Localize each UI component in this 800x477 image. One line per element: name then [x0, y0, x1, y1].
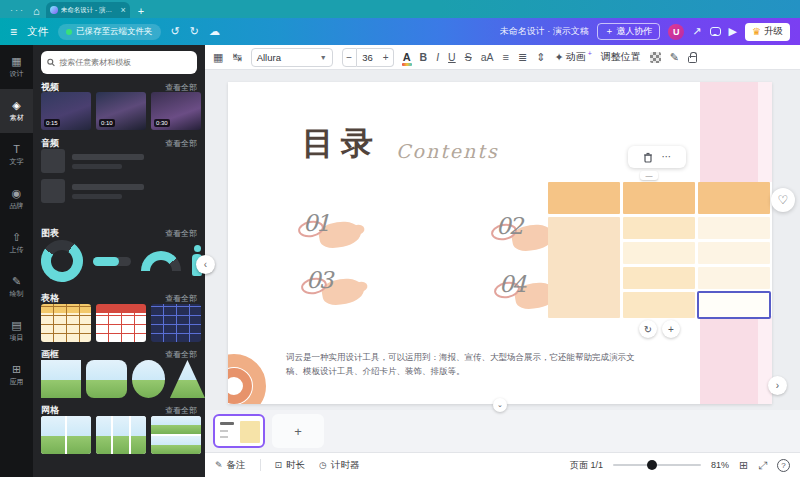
sidebar-item-draw[interactable]: ✎ 绘制 — [0, 265, 33, 309]
table-thumbnail[interactable] — [41, 304, 91, 342]
table-cell[interactable] — [623, 242, 695, 264]
audio-track-row[interactable] — [41, 148, 197, 174]
slide-subtitle[interactable]: Contents — [396, 140, 499, 162]
sidebar-item-elements[interactable]: ◈ 素材 — [0, 89, 33, 133]
present-icon[interactable]: ▶ — [729, 25, 737, 38]
frame-circle[interactable] — [132, 360, 165, 398]
table-thumbnail[interactable] — [151, 304, 201, 342]
font-size-decrease-button[interactable]: − — [342, 48, 357, 67]
slide-bottom-handle[interactable]: ⌄ — [493, 398, 507, 412]
undo-icon[interactable]: ↺ — [171, 25, 180, 38]
toc-item-3[interactable]: 03 — [306, 267, 398, 311]
redo-icon[interactable]: ↻ — [190, 25, 199, 38]
like-button[interactable]: ♡ — [771, 188, 795, 212]
sidebar-item-text[interactable]: T 文字 — [0, 133, 33, 177]
video-thumbnail[interactable]: 0:15 — [41, 92, 91, 130]
more-options-icon[interactable]: ⋯ — [662, 152, 672, 162]
video-thumbnail[interactable]: 0:10 — [96, 92, 146, 130]
grid-thumbnail[interactable] — [151, 416, 201, 454]
table-header-cell[interactable] — [548, 182, 620, 214]
invite-button[interactable]: ＋ 邀人协作 — [597, 23, 661, 40]
position-button[interactable]: 调整位置 — [601, 50, 641, 64]
list-icon[interactable]: ≣ — [518, 52, 527, 63]
cell-spacing-icon[interactable]: ↹ — [232, 52, 241, 63]
table-drag-handle[interactable]: — — [640, 171, 658, 180]
frame-triangle[interactable] — [170, 360, 205, 398]
duration-button[interactable]: ⊡ 时长 — [275, 459, 306, 472]
rotate-handle[interactable]: ↻ — [639, 320, 657, 338]
zoom-percent[interactable]: 81% — [711, 460, 729, 470]
sidebar-item-design[interactable]: ▦ 设计 — [0, 45, 33, 89]
home-icon[interactable]: ⌂ — [33, 5, 40, 17]
italic-button[interactable]: I — [436, 52, 439, 63]
browser-tab[interactable]: 未命名设计 - 演示文稿 × — [46, 2, 130, 18]
see-all-frames[interactable]: 查看全部 — [165, 349, 197, 360]
font-select[interactable]: Allura ▼ — [251, 48, 333, 67]
sidebar-item-projects[interactable]: ▤ 项目 — [0, 309, 33, 353]
table-thumbnail[interactable] — [96, 304, 146, 342]
donut-chart-element[interactable] — [41, 240, 91, 282]
tab-close-icon[interactable]: × — [120, 5, 125, 15]
see-all-grids[interactable]: 查看全部 — [165, 405, 197, 416]
underline-button[interactable]: U — [448, 52, 456, 63]
new-tab-button[interactable]: + — [138, 5, 144, 17]
sidebar-item-brand[interactable]: ◉ 品牌 — [0, 177, 33, 221]
table-cell[interactable] — [623, 292, 695, 318]
slide-paragraph[interactable]: 词云是一种实用设计工具，可以运用到：海报、宣传、大型场合展示，它还能帮助完成演示… — [286, 350, 638, 378]
bold-button[interactable]: B — [420, 52, 428, 63]
line-spacing-icon[interactable]: ⇕ — [536, 52, 545, 63]
resize-handle[interactable]: + — [662, 320, 680, 338]
cloud-sync-icon[interactable]: ☁ — [209, 25, 220, 38]
upgrade-button[interactable]: ♛ 升级 — [745, 23, 790, 41]
trash-icon[interactable] — [643, 152, 653, 163]
strikethrough-button[interactable]: S — [465, 52, 472, 63]
lock-icon[interactable] — [688, 56, 697, 63]
table-tool-icon[interactable]: ▦ — [213, 52, 223, 63]
frame-square[interactable] — [41, 360, 81, 398]
saved-status-pill[interactable]: 已保存至云端文件夹 — [58, 24, 161, 40]
see-all-charts[interactable]: 查看全部 — [165, 228, 197, 239]
table-cell[interactable] — [698, 217, 770, 239]
animate-button[interactable]: ✦ 动画 + — [554, 50, 591, 64]
table-cell[interactable] — [698, 267, 770, 289]
copy-style-icon[interactable]: ✎ — [670, 52, 679, 63]
help-icon[interactable]: ? — [777, 459, 790, 472]
grid-thumbnail[interactable] — [41, 416, 91, 454]
transparency-icon[interactable] — [650, 52, 661, 63]
expand-arrow-button[interactable]: › — [768, 376, 787, 395]
text-color-button[interactable]: A — [403, 52, 411, 63]
comment-icon[interactable] — [710, 27, 721, 36]
table-cell[interactable] — [623, 217, 695, 239]
table-cell[interactable] — [548, 217, 620, 318]
add-page-button[interactable]: + — [272, 414, 324, 448]
progress-bar-element[interactable] — [93, 257, 131, 266]
panel-collapse-button[interactable]: ‹ — [196, 255, 215, 274]
zoom-slider-knob[interactable] — [647, 460, 657, 470]
table-cell-selected[interactable] — [698, 292, 770, 318]
font-size-increase-button[interactable]: + — [379, 48, 394, 67]
audio-track-row[interactable] — [41, 178, 197, 204]
gauge-chart-element[interactable] — [141, 251, 181, 272]
font-size-value[interactable]: 36 — [357, 48, 379, 67]
table-cell[interactable] — [623, 267, 695, 289]
video-thumbnail[interactable]: 0:30 — [151, 92, 201, 130]
page-thumbnail-selected[interactable] — [213, 414, 265, 448]
sidebar-item-uploads[interactable]: ⇧ 上传 — [0, 221, 33, 265]
toc-item-1[interactable]: 01 — [303, 210, 395, 254]
grid-thumbnail[interactable] — [96, 416, 146, 454]
grid-view-icon[interactable]: ⊞ — [739, 459, 748, 472]
slide[interactable]: 目录 Contents 01 02 03 0 — [228, 82, 772, 404]
zoom-slider[interactable] — [613, 464, 701, 466]
align-icon[interactable]: ≡ — [503, 52, 509, 63]
share-arrow-icon[interactable]: ↗ — [692, 25, 701, 38]
frame-rounded[interactable] — [86, 360, 126, 398]
see-all-tables[interactable]: 查看全部 — [165, 293, 197, 304]
search-input[interactable] — [59, 58, 191, 67]
slide-table[interactable] — [548, 182, 772, 316]
table-header-cell[interactable] — [623, 182, 695, 214]
table-cell[interactable] — [698, 242, 770, 264]
table-header-cell[interactable] — [698, 182, 770, 214]
menu-icon[interactable]: ≡ — [10, 25, 17, 39]
window-controls[interactable]: ··· — [10, 5, 25, 15]
file-menu-button[interactable]: 文件 — [27, 25, 48, 39]
